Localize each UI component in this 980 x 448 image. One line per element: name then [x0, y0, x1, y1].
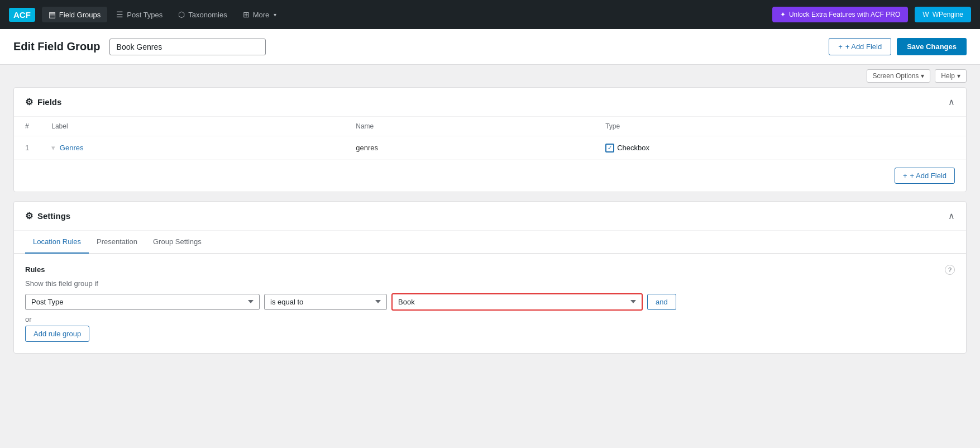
rules-label: Rules: [25, 265, 45, 274]
settings-tabs: Location Rules Presentation Group Settin…: [14, 231, 966, 254]
nav-item-field-groups[interactable]: ▤ Field Groups: [42, 7, 107, 22]
fields-card: ⚙ Fields ∧ # Label Name Type 1 ▾ Gen: [13, 87, 967, 192]
field-type-icon: Checkbox: [605, 144, 649, 152]
acf-logo: ACF: [9, 8, 35, 22]
gear-icon: ⚙: [25, 97, 33, 107]
chevron-down-icon: ▾: [921, 72, 924, 80]
plus-icon: +: [838, 42, 843, 51]
col-name: Name: [345, 117, 594, 136]
rule-row: Post Type is equal to Book and: [25, 293, 955, 311]
post-types-icon: ☰: [116, 10, 123, 19]
more-icon: ⊞: [243, 10, 250, 19]
fields-collapse-button[interactable]: ∧: [948, 97, 955, 107]
field-type-cell: Checkbox: [594, 136, 966, 160]
table-row: 1 ▾ Genres genres Checkbox: [14, 136, 966, 160]
field-name-cell: genres: [345, 136, 594, 160]
add-rule-group-button[interactable]: Add rule group: [25, 326, 89, 342]
nav-item-post-types[interactable]: ☰ Post Types: [109, 7, 169, 22]
chevron-down-icon: ▾: [274, 12, 276, 18]
save-changes-button[interactable]: Save Changes: [897, 38, 967, 55]
header-actions: + + Add Field Save Changes: [829, 38, 967, 55]
and-button[interactable]: and: [647, 294, 676, 310]
help-button[interactable]: Help ▾: [935, 69, 967, 83]
col-num: #: [14, 117, 40, 136]
fields-card-header: ⚙ Fields ∧: [14, 88, 966, 117]
page-header: Edit Field Group + + Add Field Save Chan…: [0, 29, 980, 65]
settings-gear-icon: ⚙: [25, 211, 33, 221]
unlock-acf-pro-button[interactable]: ✦ Unlock Extra Features with ACF PRO: [772, 7, 908, 22]
nav-item-taxonomies[interactable]: ⬡ Taxonomies: [171, 7, 233, 22]
tab-location-rules[interactable]: Location Rules: [25, 231, 89, 254]
page-header-left: Edit Field Group: [13, 39, 266, 55]
field-group-name-input[interactable]: [109, 39, 266, 55]
fields-card-title: ⚙ Fields: [25, 97, 61, 107]
field-groups-icon: ▤: [49, 10, 56, 19]
fields-table: # Label Name Type 1 ▾ Genres genres: [14, 117, 966, 160]
main-content: ⚙ Fields ∧ # Label Name Type 1 ▾ Gen: [0, 87, 980, 376]
settings-card: ⚙ Settings ∧ Location Rules Presentation…: [13, 201, 967, 354]
field-label-link[interactable]: Genres: [60, 144, 84, 152]
rule-type-select[interactable]: Post Type: [25, 294, 260, 310]
wpengine-button[interactable]: W WPengine: [915, 7, 971, 22]
chevron-down-icon: ▾: [957, 72, 960, 80]
wpengine-icon: W: [922, 11, 929, 18]
field-label-cell: ▾ Genres: [40, 136, 345, 160]
show-label: Show this field group if: [25, 279, 955, 288]
rule-condition-select[interactable]: is equal to: [264, 294, 387, 310]
add-field-bottom-button[interactable]: + + Add Field: [895, 168, 955, 184]
col-type: Type: [594, 117, 966, 136]
taxonomies-icon: ⬡: [178, 10, 185, 19]
top-navigation: ACF ▤ Field Groups ☰ Post Types ⬡ Taxono…: [0, 0, 980, 29]
settings-body: Rules ? Show this field group if Post Ty…: [14, 254, 966, 353]
screen-options-button[interactable]: Screen Options ▾: [867, 69, 931, 83]
fields-card-footer: + + Add Field: [14, 160, 966, 192]
checkbox-icon: [605, 144, 614, 152]
settings-card-title: ⚙ Settings: [25, 211, 70, 221]
tab-presentation[interactable]: Presentation: [89, 231, 145, 254]
settings-card-header: ⚙ Settings ∧: [14, 202, 966, 231]
rule-match-select[interactable]: Book: [391, 293, 643, 311]
drag-handle-icon: ▾: [51, 144, 55, 152]
help-icon[interactable]: ?: [945, 265, 955, 275]
add-field-button[interactable]: + + Add Field: [829, 38, 891, 55]
screen-options-bar: Screen Options ▾ Help ▾: [0, 65, 980, 87]
star-icon: ✦: [780, 11, 786, 18]
col-label: Label: [40, 117, 345, 136]
or-label: or: [25, 315, 955, 323]
settings-collapse-button[interactable]: ∧: [948, 211, 955, 221]
page-title: Edit Field Group: [13, 40, 101, 53]
field-num: 1: [14, 136, 40, 160]
plus-icon: +: [903, 171, 907, 180]
tab-group-settings[interactable]: Group Settings: [145, 231, 209, 254]
nav-item-more[interactable]: ⊞ More ▾: [236, 7, 284, 22]
rules-header: Rules ?: [25, 265, 955, 275]
